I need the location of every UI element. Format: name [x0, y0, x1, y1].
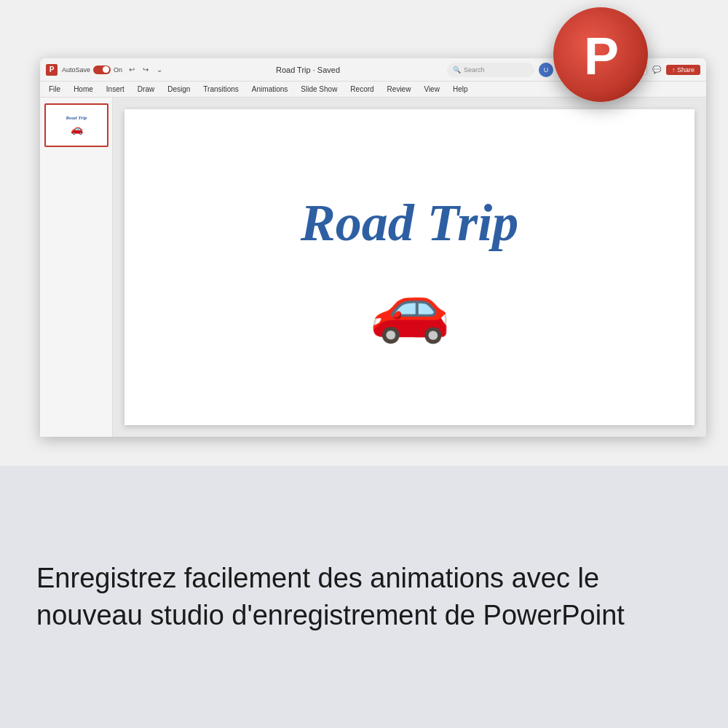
- autosave-label: AutoSave: [62, 66, 90, 74]
- autosave-area: AutoSave On: [62, 66, 122, 74]
- menu-design[interactable]: Design: [165, 84, 193, 95]
- menu-insert[interactable]: Insert: [103, 84, 127, 95]
- menu-animations[interactable]: Animations: [249, 84, 290, 95]
- redo-icon[interactable]: ↪: [141, 65, 151, 75]
- autosave-toggle[interactable]: [93, 66, 111, 74]
- bottom-section: Enregistrez facilement des animations av…: [0, 466, 728, 728]
- thumb-car-emoji: 🚗: [71, 123, 83, 135]
- menu-home[interactable]: Home: [71, 84, 96, 95]
- menu-record[interactable]: Record: [347, 84, 376, 95]
- share-button[interactable]: ↑ Share: [666, 65, 700, 75]
- menu-draw[interactable]: Draw: [135, 84, 157, 95]
- more-icon[interactable]: ⌄: [154, 65, 165, 75]
- window-title: Road Trip · Saved: [169, 66, 447, 74]
- comment-icon[interactable]: 💬: [652, 65, 662, 75]
- app-logo-letter: P: [50, 66, 55, 74]
- ppt-logo-letter: P: [584, 30, 617, 82]
- undo-icon[interactable]: ↩: [127, 65, 137, 75]
- slide-thumbnail-1[interactable]: Road Trip 🚗: [44, 103, 108, 147]
- menu-slideshow[interactable]: Slide Show: [298, 84, 340, 95]
- search-placeholder: Search: [464, 66, 485, 74]
- menu-review[interactable]: Review: [384, 84, 414, 95]
- menu-transitions[interactable]: Transitions: [200, 84, 242, 95]
- powerpoint-logo: P: [553, 7, 648, 102]
- main-content: Road Trip 🚗 Road Trip 🚗: [40, 98, 706, 437]
- autosave-state: On: [114, 66, 122, 74]
- menu-view[interactable]: View: [421, 84, 443, 95]
- title-bar-icons: ↩ ↪ ⌄: [127, 65, 165, 75]
- app-logo-small: P: [46, 64, 58, 76]
- slide-panel: Road Trip 🚗: [40, 98, 113, 437]
- search-bar[interactable]: 🔍 Search: [447, 63, 534, 77]
- top-section: P P AutoSave On ↩ ↪ ⌄ Road Trip · Saved: [0, 0, 728, 466]
- slide-area[interactable]: Road Trip 🚗: [113, 98, 706, 437]
- menu-help[interactable]: Help: [450, 84, 471, 95]
- description-text: Enregistrez facilement des animations av…: [36, 560, 662, 635]
- powerpoint-window: P AutoSave On ↩ ↪ ⌄ Road Trip · Saved 🔍 …: [40, 58, 706, 437]
- thumb-title: Road Trip: [66, 116, 87, 122]
- user-avatar[interactable]: U: [539, 63, 553, 77]
- autosave-toggle-dot: [103, 66, 109, 73]
- slide-canvas: Road Trip 🚗: [124, 109, 695, 425]
- slide-car-emoji: 🚗: [369, 274, 451, 340]
- menu-file[interactable]: File: [46, 84, 63, 95]
- slide-main-title: Road Trip: [301, 194, 518, 252]
- search-icon: 🔍: [453, 66, 461, 74]
